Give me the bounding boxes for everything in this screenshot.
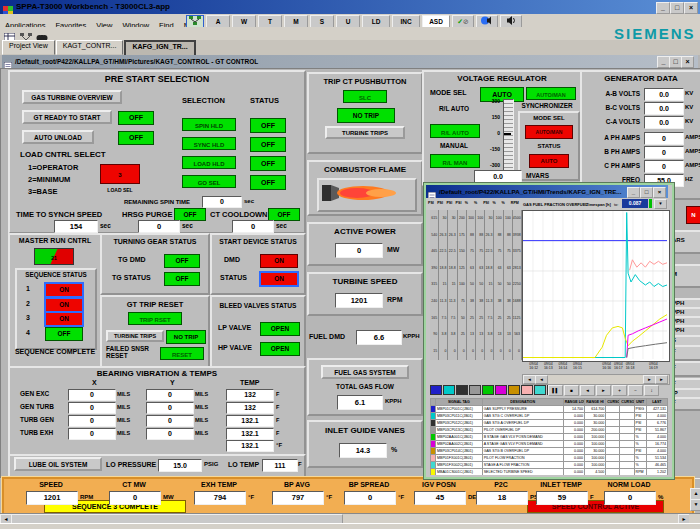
legend-row-5[interactable]: MBP02AA002C(JB01)A STAGE GAS VLV POSN DE… xyxy=(431,441,668,448)
legend-row-4[interactable]: MBP02AA001C(JB01)B STAGE GAS VLV POSN DE… xyxy=(431,434,668,441)
selection-status-3: OFF xyxy=(250,175,286,190)
legend-row-6[interactable]: MBP03CP014C(JB01)GAS STG B OVERFUEL DP0.… xyxy=(431,448,668,455)
turbine-speed-title: TURBINE SPEED xyxy=(309,277,421,286)
seq-status-3: ON xyxy=(45,312,83,326)
gt-ready-to-start-button[interactable]: GT READY TO START xyxy=(22,110,112,124)
selection-button-0[interactable]: SPIN HLD xyxy=(182,118,236,131)
trend-tool-4[interactable]: + xyxy=(612,385,627,396)
vscroll-down-icon[interactable]: ▼ xyxy=(690,499,700,511)
app-icon xyxy=(3,2,13,12)
trend-tool-3[interactable]: ► xyxy=(596,385,611,396)
synchronizer-box: MODE SEL AUTO/MAN STATUS AUTO xyxy=(518,111,580,181)
axis-unit-0: PSI xyxy=(428,201,434,205)
trend-window: /Default_root/P422/KALLPA_GT/HMI/Trends/… xyxy=(424,183,674,479)
legend-swatch-8[interactable] xyxy=(534,385,546,395)
axis-tick: 1688 xyxy=(513,293,521,310)
trend-tool-2[interactable]: ◄ xyxy=(580,385,595,396)
slc-button[interactable]: SLC xyxy=(343,90,387,103)
legend-row-1[interactable]: MBP03CP011C(JB01)GAS STG C OVERFUEL DP0.… xyxy=(431,413,668,420)
vr-rl-man-button[interactable]: R/L MAN xyxy=(430,154,480,168)
trend-scrollbar[interactable]: ◄ ◄ ► ► xyxy=(522,374,670,385)
selection-button-2[interactable]: LOAD HLD xyxy=(182,156,236,169)
turbine-trips-button[interactable]: TURBINE TRIPS xyxy=(106,330,164,342)
legend-cell: MBP01CP001C(JB01) xyxy=(436,406,483,413)
active-power-panel: ACTIVE POWER 0 MW xyxy=(307,222,423,266)
legend-swatch-0[interactable] xyxy=(430,385,442,395)
gt-close-button[interactable]: × xyxy=(681,56,694,68)
legend-row-8[interactable]: MBP01FX002C(JB01)STAGE A FLOW FRACTION0.… xyxy=(431,462,668,469)
trip-reset-button[interactable]: TRIP RSET xyxy=(128,312,182,325)
legend-row-7[interactable]: MBP01FX001C(JB01)PILOT FLOW FRACTION0.00… xyxy=(431,455,668,462)
start-dmd-status: ON xyxy=(260,254,298,268)
gas-turbine-overview-button[interactable]: GAS TURBINE OVERVIEW xyxy=(22,90,122,104)
trend-tool-0[interactable]: ▌▌ xyxy=(548,385,563,396)
axis-tick: 540 xyxy=(430,227,438,244)
legend-swatch-3[interactable] xyxy=(469,385,481,395)
axis-tick: 315 xyxy=(430,276,438,293)
legend-row-3[interactable]: MBP03CP013C(JB01)PILOT OVERFUEL DP0.0002… xyxy=(431,427,668,434)
axis-unit-8: % xyxy=(502,201,505,205)
legend-cell: GAS STG B OVERFUEL DP xyxy=(482,448,563,455)
timespan-spinner[interactable]: ▼ xyxy=(654,199,667,209)
axis-strip-7: 100887563503825130 xyxy=(494,210,503,360)
gen-label-2: C-A VOLTS xyxy=(584,118,640,125)
trend-step-left-icon[interactable]: ◄ xyxy=(535,375,548,384)
axis-tick: 50 xyxy=(494,276,502,293)
trend-titlebar[interactable]: /Default_root/P422/KALLPA_GT/HMI/Trends/… xyxy=(426,185,668,198)
vr-scale-300: 300 xyxy=(482,98,500,104)
trend-minimize-button[interactable]: _ xyxy=(627,187,640,198)
legend-swatch-2[interactable] xyxy=(456,385,468,395)
fragment-0: N xyxy=(686,206,700,224)
fuel-gas-system-button[interactable]: FUEL GAS SYSTEM xyxy=(321,365,409,379)
legend-swatch-6[interactable] xyxy=(508,385,520,395)
bearing-label-0: GEN EXC xyxy=(20,390,49,397)
legend-swatch-4[interactable] xyxy=(482,385,494,395)
tab-1[interactable]: KAGT_CONTR... xyxy=(56,40,124,55)
minimize-button[interactable]: _ xyxy=(656,2,670,14)
vr-manual-label: MANUAL xyxy=(432,142,476,149)
close-button[interactable]: × xyxy=(684,2,698,14)
trip-ct-turbine-trips-button[interactable]: TURBINE TRIPS xyxy=(325,126,405,139)
timespan-value[interactable]: 0.087 xyxy=(622,199,648,208)
x-label-7: 09/0416:19 xyxy=(649,362,658,370)
remaining-spin-unit: sec xyxy=(244,198,254,204)
auto-unload-button[interactable]: AUTO UNLOAD xyxy=(22,130,94,144)
vr-auto-man-button[interactable]: AUTO/MAN xyxy=(526,87,576,100)
vr-rl-auto-button[interactable]: R/L AUTO xyxy=(430,124,480,138)
trend-tool-5[interactable]: − xyxy=(628,385,643,396)
maximize-button[interactable]: □ xyxy=(670,2,684,14)
legend-row-0[interactable]: MBP01CP001C(JB01)GAS SUPPLY PRESSURE14.7… xyxy=(431,406,668,413)
axis-tick: 13 xyxy=(494,326,502,343)
legend-cell xyxy=(606,469,620,476)
trend-close-button[interactable]: × xyxy=(653,187,666,198)
selection-button-3[interactable]: GO SEL xyxy=(182,175,236,188)
bottom-field-value-6: 18 xyxy=(476,491,528,505)
legend-cell: 51.534 xyxy=(646,455,667,462)
master-run-button[interactable]: 21ASC xyxy=(34,248,74,265)
axis-tick: 75 xyxy=(504,243,512,260)
legend-swatch-5[interactable] xyxy=(495,385,507,395)
trend-plot[interactable] xyxy=(522,210,670,362)
legend-row-9[interactable]: MBA01CS001C(JB01)SELECTED TURBINE SPEED0… xyxy=(431,469,668,476)
time-to-synch-value: 154 xyxy=(54,220,98,233)
bottom-field-value-7: 59 xyxy=(536,491,588,505)
axis-tick: 165 xyxy=(430,310,438,327)
legend-cell: PSI xyxy=(634,448,646,455)
lube-oil-system-button[interactable]: LUBE OIL SYSTEM xyxy=(14,457,102,471)
axis-tick: 125 xyxy=(458,260,466,277)
trip-ct-panel: TRIP CT PUSHBUTTON SLC NO TRIP TURBINE T… xyxy=(307,72,423,154)
legend-cell: 0.000 xyxy=(563,469,584,476)
load-sel-button[interactable]: 3LOAD SEL xyxy=(100,164,140,184)
tab-0[interactable]: Project View xyxy=(2,40,55,55)
trend-tool-1[interactable]: ■ xyxy=(564,385,579,396)
trend-maximize-button[interactable]: □ xyxy=(640,187,653,198)
vr-setpoint-slider[interactable] xyxy=(503,99,514,171)
trend-tool-6[interactable]: ↕ xyxy=(644,385,659,396)
legend-swatch-1[interactable] xyxy=(443,385,455,395)
legend-cell: 4.000 xyxy=(646,448,667,455)
selection-button-1[interactable]: SYNC HLD xyxy=(182,137,236,150)
failed-snsr-reset-button[interactable]: RESET xyxy=(160,347,204,360)
legend-swatch-7[interactable] xyxy=(521,385,533,395)
trend-page-right-icon[interactable]: ► xyxy=(655,375,668,384)
legend-row-2[interactable]: MBP03CP012C(JB01)GAS STG A OVERFUEL DP0.… xyxy=(431,420,668,427)
